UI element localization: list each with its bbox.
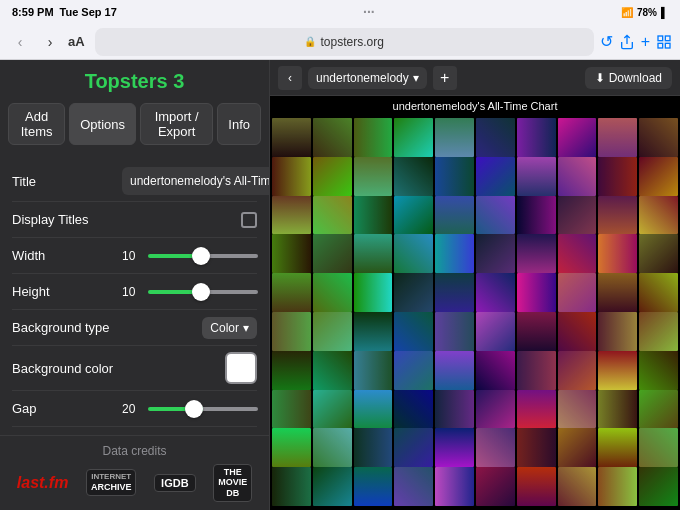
- album-cell: [476, 157, 515, 196]
- right-panel: ‹ undertonemelody ▾ + ⬇ Download underto…: [270, 60, 680, 510]
- album-cell: [313, 428, 352, 467]
- tabs-button[interactable]: [656, 34, 672, 50]
- chart-area: undertonemelody's All-Time Chart: [270, 96, 680, 510]
- album-cell: [558, 467, 597, 506]
- gap-label: Gap: [12, 401, 122, 416]
- tab-info[interactable]: Info: [217, 103, 261, 145]
- album-cell: [639, 157, 678, 196]
- album-cell: [639, 196, 678, 235]
- option-width-row: Width 10: [12, 238, 257, 274]
- album-cell: [598, 273, 637, 312]
- gap-slider[interactable]: [148, 407, 258, 411]
- album-cell: [313, 196, 352, 235]
- album-cell: [435, 351, 474, 390]
- album-cell: [558, 351, 597, 390]
- album-cell: [517, 390, 556, 429]
- title-label: Title: [12, 174, 122, 189]
- album-cell: [354, 196, 393, 235]
- left-panel: Topsters 3 Add Items Options Import / Ex…: [0, 60, 270, 510]
- album-cell: [558, 234, 597, 273]
- album-cell: [272, 351, 311, 390]
- width-slider[interactable]: [148, 254, 258, 258]
- igdb-logo: IGDB: [154, 474, 196, 492]
- album-cell: [354, 118, 393, 157]
- width-value: 10: [122, 249, 142, 263]
- back-button[interactable]: ‹: [8, 30, 32, 54]
- bg-color-label: Background color: [12, 361, 122, 376]
- album-cell: [313, 234, 352, 273]
- album-cell: [476, 467, 515, 506]
- chart-add-button[interactable]: +: [433, 66, 457, 90]
- time: 8:59 PM: [12, 6, 54, 18]
- tab-import-export[interactable]: Import / Export: [140, 103, 213, 145]
- album-cell: [394, 351, 433, 390]
- forward-button[interactable]: ›: [38, 30, 62, 54]
- bg-color-swatch[interactable]: [225, 352, 257, 384]
- lock-icon: 🔒: [304, 36, 316, 47]
- height-label: Height: [12, 284, 122, 299]
- svg-rect-3: [665, 43, 670, 48]
- album-cell: [517, 312, 556, 351]
- album-cell: [517, 157, 556, 196]
- album-cell: [435, 428, 474, 467]
- share-button[interactable]: [619, 34, 635, 50]
- url-bar[interactable]: 🔒 topsters.org: [95, 28, 594, 56]
- album-cell: [354, 428, 393, 467]
- display-titles-checkbox[interactable]: [241, 212, 257, 228]
- album-cell: [354, 390, 393, 429]
- main-layout: Topsters 3 Add Items Options Import / Ex…: [0, 60, 680, 510]
- dots-menu: ···: [363, 4, 375, 20]
- credits-logos: last.fm INTERNET ARCHIVE IGDB THE MOVIE …: [12, 464, 257, 502]
- text-size-button[interactable]: aA: [68, 34, 85, 49]
- album-cell: [558, 118, 597, 157]
- album-cell: [558, 273, 597, 312]
- download-button[interactable]: ⬇ Download: [585, 67, 672, 89]
- album-cell: [354, 351, 393, 390]
- tab-bar: Add Items Options Import / Export Info: [0, 103, 269, 153]
- width-label: Width: [12, 248, 122, 263]
- album-cell: [598, 196, 637, 235]
- status-bar: 8:59 PM Tue Sep 17 ··· 📶 78% ▌: [0, 0, 680, 24]
- add-tab-button[interactable]: +: [641, 33, 650, 51]
- height-slider[interactable]: [148, 290, 258, 294]
- album-cell: [313, 390, 352, 429]
- album-cell: [435, 467, 474, 506]
- tab-add-items[interactable]: Add Items: [8, 103, 65, 145]
- album-cell: [272, 312, 311, 351]
- title-input[interactable]: [122, 167, 269, 195]
- album-cell: [476, 351, 515, 390]
- wifi-icon: 📶: [621, 7, 633, 18]
- album-cell: [639, 312, 678, 351]
- bg-type-dropdown[interactable]: Color ▾: [202, 317, 257, 339]
- browser-bar: ‹ › aA 🔒 topsters.org ↺ +: [0, 24, 680, 60]
- chart-prev-button[interactable]: ‹: [278, 66, 302, 90]
- reload-button[interactable]: ↺: [600, 32, 613, 51]
- album-cell: [517, 351, 556, 390]
- app-title: Topsters 3: [0, 60, 269, 103]
- album-cell: [476, 312, 515, 351]
- user-dropdown[interactable]: undertonemelody ▾: [308, 67, 427, 89]
- album-cell: [272, 390, 311, 429]
- album-cell: [272, 273, 311, 312]
- battery-icon: ▌: [661, 7, 668, 18]
- album-cell: [639, 428, 678, 467]
- option-display-titles-row: Display Titles: [12, 202, 257, 238]
- bg-type-value: Color: [210, 321, 239, 335]
- username: undertonemelody: [316, 71, 409, 85]
- album-cell: [313, 351, 352, 390]
- album-cell: [394, 118, 433, 157]
- album-cell: [313, 273, 352, 312]
- album-cell: [598, 428, 637, 467]
- album-cell: [517, 467, 556, 506]
- status-center: ···: [363, 4, 375, 20]
- album-cell: [598, 312, 637, 351]
- album-cell: [394, 390, 433, 429]
- album-cell: [476, 390, 515, 429]
- option-bg-type-row: Background type Color ▾: [12, 310, 257, 346]
- tab-options[interactable]: Options: [69, 103, 136, 145]
- album-cell: [639, 118, 678, 157]
- album-cell: [517, 273, 556, 312]
- album-cell: [394, 234, 433, 273]
- archive-logo: INTERNET ARCHIVE: [86, 469, 137, 496]
- album-cell: [558, 428, 597, 467]
